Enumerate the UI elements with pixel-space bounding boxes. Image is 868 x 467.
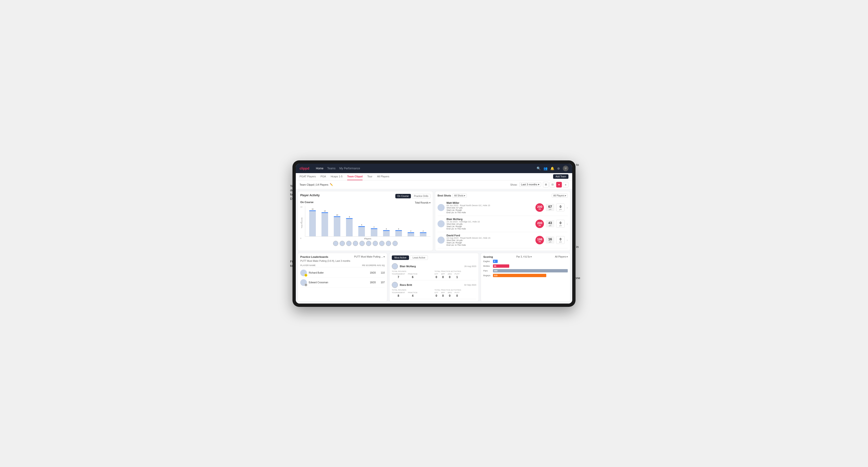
sub-nav-pgat[interactable]: PGAT Players: [300, 173, 316, 180]
search-icon[interactable]: 🔍: [536, 166, 540, 170]
all-players-dropdown[interactable]: All Players ▾: [552, 194, 568, 198]
users-icon[interactable]: 👥: [544, 166, 548, 170]
sub-nav-team-clippd[interactable]: Team Clippd: [347, 173, 363, 180]
scoring-label: Birdies: [483, 265, 492, 267]
bar-element[interactable]: [321, 212, 328, 236]
col-pb-avg: PB Avg SQ: [373, 264, 385, 267]
team-name-label: Team Clippd | 14 Players: [300, 183, 328, 186]
practice-filter-dropdown[interactable]: PUTT Must Make Putting ... ▾: [354, 255, 385, 258]
scoring-players-dropdown[interactable]: All Players ▾: [555, 255, 568, 258]
practice-drills-toggle[interactable]: Practice Drills: [412, 194, 431, 198]
bar-element[interactable]: [334, 216, 340, 236]
bar-chart-wrapper: 0510 Total Rounds 1312109543322 Players: [300, 206, 431, 240]
bar-group: 3: [393, 228, 404, 236]
bar-element[interactable]: [420, 232, 427, 236]
most-least-tabs: Most Active Least Active: [392, 255, 476, 260]
player-avatar: [346, 241, 351, 246]
best-shots-header: Best Shots All Shots ▾ All Players ▾: [437, 194, 568, 198]
bar-value-label: 2: [410, 230, 411, 232]
scoring-bar-value: 315: [494, 274, 497, 277]
player-avatar: [386, 241, 391, 246]
scoring-bar-value: 499: [494, 270, 497, 272]
plus-icon[interactable]: ⊕: [557, 166, 560, 170]
stat-pill-dist: 67 yds: [546, 204, 554, 211]
bar-group: 4: [368, 226, 379, 236]
scoring-bar: 499: [493, 269, 568, 272]
shot-card[interactable]: David Ford 24 Aug 2023 · Royal North Dev…: [437, 232, 568, 248]
edit-icon[interactable]: ✏️: [330, 183, 333, 186]
view-grid4-btn[interactable]: ⊞: [543, 182, 549, 187]
sub-nav-pga[interactable]: PGA: [320, 173, 326, 180]
table-header: Player Name PB Score PB Avg SQ: [300, 264, 385, 267]
bar-element[interactable]: [371, 228, 377, 236]
active-player-avatar: [392, 263, 398, 269]
bar-element[interactable]: [346, 218, 352, 236]
bar-element[interactable]: [309, 210, 316, 236]
sub-nav-all-players[interactable]: All Players: [377, 173, 390, 180]
chart-filter-row: On Course Total Rounds ▾: [300, 201, 431, 205]
view-list-btn[interactable]: ≡: [563, 182, 568, 187]
scoring-label: Eagles: [483, 260, 492, 262]
active-player-name: Blair McHarg: [400, 265, 462, 268]
practice-title: Practice Leaderboards: [300, 255, 328, 258]
stat-pill-dist: 16 yds: [546, 236, 554, 244]
scoring-header-row: Scoring Par 3, 4 & 5s ▾ All Players ▾: [483, 255, 568, 258]
practice-player-name: Edward Crossman: [309, 281, 367, 284]
shot-player-avatar: [437, 204, 445, 211]
col-name: Player Name: [300, 264, 362, 267]
rank-badge: 1: [305, 274, 307, 277]
pb-avg: 110: [378, 272, 385, 274]
activity-toggle: On Course Practice Drills: [395, 194, 431, 198]
nav-performance[interactable]: My Performance: [339, 167, 360, 170]
view-grid2-btn[interactable]: ⊟: [550, 182, 555, 187]
show-filter: Show: Last 3 months ▾ ⊞ ⊟ ♥ ≡: [510, 182, 568, 187]
bar-value-label: 4: [374, 226, 375, 228]
nav-home[interactable]: Home: [316, 167, 323, 170]
stat-pill-dist: 43 yds: [546, 220, 554, 227]
bell-icon[interactable]: 🔔: [550, 166, 554, 170]
scoring-panel: Scoring Par 3, 4 & 5s ▾ All Players ▾ Ea…: [481, 253, 570, 302]
sub-nav-tour[interactable]: Tour: [367, 173, 372, 180]
scoring-bar: 96: [493, 264, 509, 268]
active-player-avatar: [392, 282, 398, 288]
bar-value-label: 10: [336, 214, 338, 216]
scoring-bars: Eagles 3 Birdies 96 Pars 499 Bogeys 315: [483, 260, 568, 277]
bar-element[interactable]: [408, 232, 414, 236]
show-dropdown[interactable]: Last 3 months ▾: [519, 182, 541, 187]
nav-icons: 🔍 👥 🔔 ⊕ U: [536, 165, 568, 171]
stats-practice: Total Practice Activities GTT 0 APP 0 AR…: [434, 270, 476, 279]
practice-player-row[interactable]: 1 Richard Butler 19/20 110: [300, 268, 385, 278]
practice-player-row[interactable]: 2 Edward Crossman 18/20 107: [300, 278, 385, 287]
sub-nav-hcaps[interactable]: Hcaps 1-5: [331, 173, 342, 180]
bar-value-label: 3: [386, 228, 387, 230]
total-rounds-dropdown[interactable]: Total Rounds ▾: [415, 201, 431, 204]
most-active-tab[interactable]: Most Active: [392, 255, 409, 260]
shot-card[interactable]: Matt Miller 09 Jun 2023 · Royal North De…: [437, 199, 568, 216]
view-heart-btn[interactable]: ♥: [556, 182, 562, 187]
add-team-button[interactable]: Add Team: [553, 174, 568, 179]
all-shots-dropdown[interactable]: All Shots ▾: [453, 194, 467, 198]
scoring-title: Scoring: [483, 255, 493, 258]
player-activity-title: Player Activity: [300, 194, 319, 197]
main-content: Player Activity On Course Practice Drill…: [296, 189, 572, 253]
avatar[interactable]: U: [563, 165, 568, 171]
nav-teams[interactable]: Teams: [327, 167, 335, 170]
least-active-tab[interactable]: Least Active: [410, 255, 428, 260]
sub-nav: PGAT Players PGA Hcaps 1-5 Team Clippd T…: [296, 173, 572, 181]
rank-badge: 2: [305, 283, 307, 286]
player-activity-panel: Player Activity On Course Practice Drill…: [298, 191, 433, 251]
bar-element[interactable]: [395, 230, 402, 236]
pb-score: 18/20: [369, 281, 376, 284]
bar-element[interactable]: [383, 230, 390, 236]
stat-pill-zero: 0 yds: [556, 204, 565, 211]
bar-group: 12: [319, 210, 330, 236]
shot-card[interactable]: Blair McHarg 23 Jul 2023 · Ashridge GC, …: [437, 216, 568, 232]
y-axis-title: Total Rounds: [301, 217, 303, 228]
shot-player-avatar: [437, 220, 445, 227]
on-course-toggle[interactable]: On Course: [395, 194, 411, 198]
scoring-par-dropdown[interactable]: Par 3, 4 & 5s ▾: [516, 255, 532, 258]
bar-element[interactable]: [358, 226, 365, 236]
active-player-date: 02 Sep 2023: [464, 284, 476, 286]
scoring-bar-value: 96: [494, 265, 496, 267]
player-avatar: [333, 241, 338, 246]
